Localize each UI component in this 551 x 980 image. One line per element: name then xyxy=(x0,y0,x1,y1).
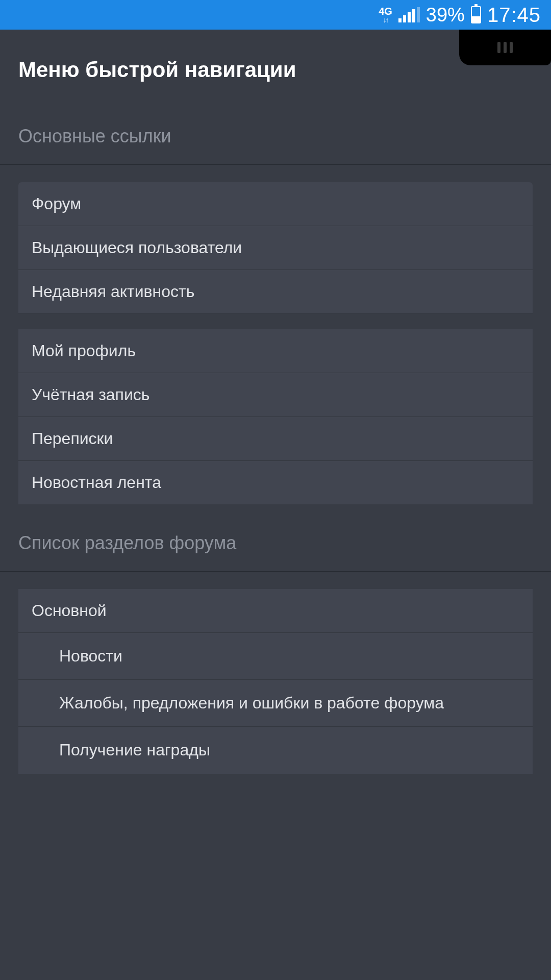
nav-item-my-profile[interactable]: Мой профиль xyxy=(18,329,533,373)
network-type-label: 4G xyxy=(379,6,392,16)
main-links-list: Форум Выдающиеся пользователи Недавняя а… xyxy=(18,182,533,504)
status-bar: 4G ↓↑ 39% 17:45 xyxy=(0,0,551,30)
battery-icon xyxy=(471,6,481,23)
nav-item-forum[interactable]: Форум xyxy=(18,182,533,226)
page-content: Меню быстрой навигации Основные ссылки Ф… xyxy=(0,30,551,774)
section-header-main-links: Основные ссылки xyxy=(0,97,551,165)
network-arrows-icon: ↓↑ xyxy=(383,16,388,23)
forum-sub-complaints[interactable]: Жалобы, предложения и ошибки в работе фо… xyxy=(18,680,533,727)
nav-item-notable-users[interactable]: Выдающиеся пользователи xyxy=(18,226,533,270)
forum-sub-rewards[interactable]: Получение награды xyxy=(18,727,533,774)
nav-item-account[interactable]: Учётная запись xyxy=(18,373,533,417)
battery-percentage: 39% xyxy=(426,4,465,26)
forum-category-main[interactable]: Основной xyxy=(18,589,533,633)
nav-item-conversations[interactable]: Переписки xyxy=(18,417,533,461)
nav-item-recent-activity[interactable]: Недавняя активность xyxy=(18,270,533,314)
forum-sections-list: Основной Новости Жалобы, предложения и о… xyxy=(18,589,533,774)
network-type-indicator: 4G ↓↑ xyxy=(379,6,392,23)
signal-strength-icon xyxy=(398,7,420,22)
forum-sub-news[interactable]: Новости xyxy=(18,633,533,680)
browser-tab-switcher[interactable] xyxy=(459,30,551,65)
nav-item-news-feed[interactable]: Новостная лента xyxy=(18,461,533,504)
clock: 17:45 xyxy=(487,4,541,27)
section-header-forum-sections: Список разделов форума xyxy=(0,504,551,572)
list-gap xyxy=(18,314,533,329)
